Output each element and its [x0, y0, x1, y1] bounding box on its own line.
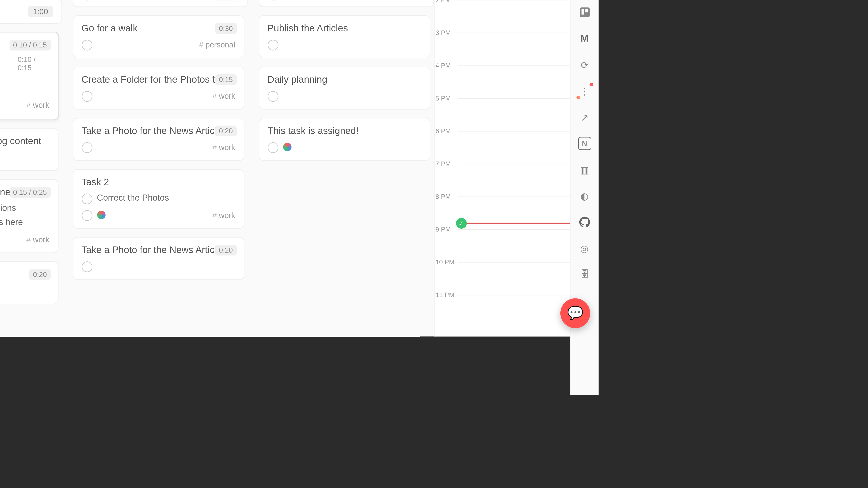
- asana-icon[interactable]: ⋮: [578, 85, 591, 98]
- linear-icon[interactable]: ↗: [578, 111, 591, 124]
- task-card[interactable]: Daily planning: [258, 67, 430, 109]
- hour-label: 8 PM: [436, 193, 451, 200]
- task-card[interactable]: Take a Photo for the News Article0:20wor…: [72, 118, 244, 161]
- task-title: Go for a walk: [81, 23, 235, 34]
- svg-rect-3: [580, 7, 590, 18]
- task-time-badge: 0:15 / 0:25: [9, 187, 51, 198]
- task-tag[interactable]: work: [26, 235, 49, 244]
- svg-rect-5: [585, 9, 588, 12]
- task-title: Take a Photo for the News Article: [81, 126, 235, 136]
- gmail-icon[interactable]: M: [578, 32, 591, 45]
- task-list: Take Photos0:10 / 0:15Make sure to edit …: [0, 32, 62, 337]
- refresh-icon[interactable]: ⟳: [578, 58, 591, 71]
- task-checkbox[interactable]: [268, 91, 278, 102]
- task-time-badge: 0:15: [215, 74, 237, 85]
- task-checkbox[interactable]: [81, 142, 92, 153]
- app-root: Sunsama ▾ WORKSPACE ⚙Settings 🔗Integrati…: [0, 0, 598, 336]
- subtask-time: 0:10 / 0:15: [18, 55, 49, 72]
- hour-label: 3 PM: [436, 29, 451, 36]
- integration-rail: M ⟳ ⋮ ↗ N ▥ ◐ ◎ 🗄: [570, 0, 598, 395]
- basecamp-icon[interactable]: ◐: [578, 189, 591, 202]
- add-task-row[interactable]: +1:25: [72, 0, 248, 7]
- hour-label: 10 PM: [436, 258, 455, 266]
- asana-badge-icon: [97, 211, 105, 219]
- add-task-row[interactable]: +: [258, 0, 434, 7]
- task-card[interactable]: This task is assigned!: [258, 118, 430, 161]
- subtask-checkbox[interactable]: [81, 193, 92, 204]
- notion-icon[interactable]: N: [578, 137, 591, 150]
- hour-label: 11 PM: [436, 291, 455, 298]
- task-checkbox[interactable]: [81, 91, 92, 102]
- task-card[interactable]: Publish the Articles: [258, 15, 430, 58]
- task-checkbox[interactable]: [268, 40, 278, 51]
- subtask-text: Make sure to edit the photos: [0, 55, 13, 78]
- task-time-badge: 0:20: [215, 126, 237, 136]
- hour-label: 5 PM: [436, 95, 451, 102]
- task-tag[interactable]: work: [26, 100, 49, 109]
- hour-label: 9 PM: [436, 226, 451, 233]
- task-list: Go for a walk0:30personalCreate a Folder…: [72, 15, 248, 336]
- task-checkbox[interactable]: [81, 210, 92, 221]
- hour-label: 7 PM: [436, 160, 451, 167]
- task-title: Take a Photo for the News Articles: [81, 245, 235, 255]
- task-title: To be able to create a vlog content: [0, 136, 49, 147]
- day-total-time: 1:00: [28, 5, 53, 17]
- task-time-badge: 0:10 / 0:15: [9, 40, 51, 51]
- hour-label: 2 PM: [436, 0, 451, 3]
- task-card[interactable]: Setup Sunsama0:20: [0, 261, 58, 304]
- task-list: Publish the ArticlesDaily planningThis t…: [258, 15, 434, 336]
- task-title: Publish the Articles: [268, 23, 421, 34]
- task-checkbox[interactable]: [81, 40, 92, 51]
- day-column: SaturdayDecember 23Plan+1:25Go for a wal…: [72, 0, 248, 336]
- support-chat-button[interactable]: 💬: [560, 298, 590, 328]
- task-title: Create a Folder for the Photos takes: [81, 74, 235, 85]
- asana-badge-icon: [283, 143, 291, 151]
- trello-icon[interactable]: [578, 6, 591, 19]
- github-icon[interactable]: [578, 216, 591, 229]
- task-tag[interactable]: work: [213, 142, 235, 152]
- current-time-indicator: ✓: [456, 218, 466, 229]
- svg-rect-4: [581, 9, 584, 14]
- monday-icon[interactable]: ▥: [578, 163, 591, 176]
- task-checkbox[interactable]: [268, 142, 278, 153]
- hour-label: 4 PM: [436, 62, 451, 69]
- task-title: Daily planning: [268, 74, 421, 85]
- task-title: Task 2: [81, 177, 235, 188]
- subtask-text: Brainstorm for the Captions: [0, 202, 16, 214]
- plus-icon: +: [81, 0, 93, 0]
- task-card[interactable]: Task 2Correct the Photoswork: [72, 169, 244, 229]
- subtask-text: Insert more descriptions here: [0, 217, 23, 229]
- day-total-time: 1:25: [214, 0, 239, 0]
- task-time-badge: 0:20: [215, 245, 237, 255]
- task-card[interactable]: Create a Caption for the news letter0:15…: [0, 180, 58, 253]
- plus-icon: +: [268, 0, 279, 0]
- main-panel: ⇤ Today Tasks Calendar FridayDecember 22…: [0, 0, 434, 336]
- task-card[interactable]: Take a Photo for the News Articles0:20: [72, 237, 244, 280]
- task-card[interactable]: To be able to create a vlog content: [0, 128, 58, 171]
- target-icon[interactable]: ◎: [578, 242, 591, 255]
- task-checkbox[interactable]: [81, 261, 92, 272]
- archive-icon[interactable]: 🗄: [578, 268, 591, 281]
- task-card[interactable]: Take Photos0:10 / 0:15Make sure to edit …: [0, 32, 58, 120]
- day-columns: FridayDecember 22Shutdown+Add task1:00Ta…: [0, 0, 434, 336]
- task-tag[interactable]: personal: [199, 40, 235, 49]
- task-time-badge: 0:20: [29, 269, 51, 280]
- task-card[interactable]: Create a Folder for the Photos takes0:15…: [72, 67, 244, 109]
- day-column: SundayDecember 24+Publish the ArticlesDa…: [258, 0, 434, 336]
- hour-label: 6 PM: [436, 127, 451, 135]
- task-tag[interactable]: work: [213, 210, 235, 220]
- task-card[interactable]: Go for a walk0:30personal: [72, 15, 244, 58]
- task-title: This task is assigned!: [268, 126, 421, 136]
- subtask-text: Correct the Photos: [97, 192, 169, 204]
- add-task-row[interactable]: +Add task1:00: [0, 0, 62, 24]
- day-column: FridayDecember 22Shutdown+Add task1:00Ta…: [0, 0, 62, 336]
- task-time-badge: 0:30: [215, 23, 237, 34]
- task-tag[interactable]: work: [213, 91, 235, 100]
